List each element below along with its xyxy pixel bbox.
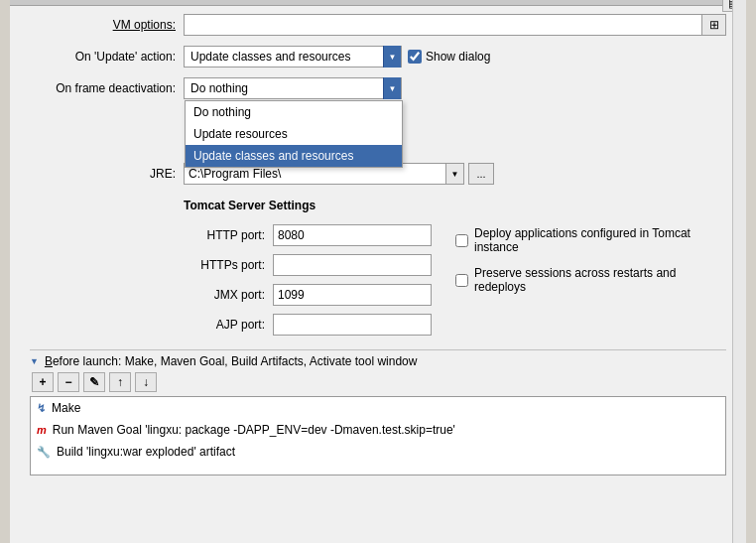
ajp-port-label: AJP port:	[184, 318, 273, 332]
dropdown-item-update-resources[interactable]: Update resources	[186, 123, 402, 145]
jre-browse-button[interactable]: ...	[468, 163, 494, 185]
make-icon: ↯	[37, 402, 46, 415]
on-frame-control: Do nothing Do nothing Update resources U…	[184, 77, 726, 99]
main-panel: ▤ VM options: ⊞ On 'Update' action: Upda…	[10, 0, 746, 543]
on-frame-dropdown-arrow[interactable]	[383, 77, 401, 99]
move-up-button[interactable]: ↑	[109, 372, 131, 392]
https-port-input[interactable]	[273, 254, 432, 276]
before-launch-header: ▼ Before launch: Make, Maven Goal, Build…	[30, 350, 726, 372]
preserve-sessions-row: Preserve sessions across restarts and re…	[455, 266, 726, 294]
launch-toolbar: + − ✎ ↑ ↓	[30, 372, 726, 392]
on-frame-dropdown[interactable]: Do nothing Do nothing Update resources U…	[184, 77, 402, 99]
dropdown-item-update-classes[interactable]: Update classes and resources	[186, 145, 402, 167]
on-frame-row: On frame deactivation: Do nothing Do not…	[30, 75, 726, 101]
ports-deploy-area: HTTP port: HTTPs port: JMX port:	[184, 224, 726, 339]
on-update-dropdown[interactable]: Update classes and resources	[184, 46, 402, 68]
http-port-row: HTTP port:	[184, 224, 432, 246]
show-dialog-area: Show dialog	[408, 50, 490, 64]
show-dialog-checkbox[interactable]	[408, 50, 422, 64]
ajp-port-input[interactable]	[273, 314, 432, 336]
on-update-dropdown-arrow[interactable]	[383, 46, 401, 68]
jmx-port-input[interactable]	[273, 284, 432, 306]
collapse-arrow-icon[interactable]: ▼	[30, 356, 39, 366]
remove-button[interactable]: −	[58, 372, 79, 392]
http-port-label: HTTP port:	[184, 228, 273, 242]
on-update-control: Update classes and resources Show dialog	[184, 46, 726, 68]
maven-icon: m	[37, 424, 47, 436]
vm-input-wrapper: ⊞	[184, 14, 726, 36]
http-port-input[interactable]	[273, 224, 432, 246]
deploy-column: Deploy applications configured in Tomcat…	[455, 224, 726, 339]
on-update-label: On 'Update' action:	[30, 50, 184, 64]
tomcat-settings-title: Tomcat Server Settings	[184, 199, 315, 212]
jmx-port-row: JMX port:	[184, 284, 432, 306]
before-launch-label: Before launch: Make, Maven Goal, Build A…	[45, 354, 418, 368]
preserve-sessions-checkbox[interactable]	[455, 274, 468, 287]
move-down-button[interactable]: ↓	[135, 372, 157, 392]
vm-options-row: VM options: ⊞	[30, 12, 726, 38]
ajp-port-row: AJP port:	[184, 314, 432, 336]
ports-column: HTTP port: HTTPs port: JMX port:	[184, 224, 432, 339]
vm-options-button[interactable]: ⊞	[702, 14, 726, 36]
on-frame-label: On frame deactivation:	[30, 81, 184, 95]
preserve-sessions-label: Preserve sessions across restarts and re…	[474, 266, 726, 294]
vm-options-control: ⊞	[184, 14, 726, 36]
artifact-icon: 🔧	[37, 446, 51, 459]
content-area: VM options: ⊞ On 'Update' action: Update…	[10, 6, 746, 485]
vm-options-label: VM options:	[30, 18, 184, 32]
on-frame-dropdown-list: Do nothing Update resources Update class…	[185, 100, 403, 168]
https-port-label: HTTPs port:	[184, 258, 273, 272]
launch-list: ↯ Make m Run Maven Goal 'lingxu: package…	[30, 396, 726, 475]
on-update-row: On 'Update' action: Update classes and r…	[30, 44, 726, 69]
tomcat-settings-row: Tomcat Server Settings	[30, 193, 726, 218]
launch-item-artifact[interactable]: 🔧 Build 'lingxu:war exploded' artifact	[31, 441, 725, 463]
show-dialog-label: Show dialog	[426, 50, 490, 64]
vm-options-input[interactable]	[184, 14, 702, 36]
jmx-port-label: JMX port:	[184, 288, 273, 302]
deploy-apps-checkbox[interactable]	[455, 234, 468, 247]
scrollbar[interactable]	[732, 0, 746, 543]
jre-label: JRE:	[30, 167, 184, 181]
deploy-apps-row: Deploy applications configured in Tomcat…	[455, 226, 726, 254]
https-port-row: HTTPs port:	[184, 254, 432, 276]
dropdown-item-do-nothing[interactable]: Do nothing	[186, 101, 402, 123]
add-button[interactable]: +	[32, 372, 54, 392]
jre-dropdown-arrow[interactable]: ▼	[446, 163, 464, 185]
launch-item-maven[interactable]: m Run Maven Goal 'lingxu: package -DAPP_…	[31, 419, 725, 441]
launch-item-make[interactable]: ↯ Make	[31, 397, 725, 419]
deploy-apps-label: Deploy applications configured in Tomcat…	[474, 226, 726, 254]
before-launch-section: ▼ Before launch: Make, Maven Goal, Build…	[30, 349, 726, 475]
edit-button[interactable]: ✎	[83, 372, 105, 392]
